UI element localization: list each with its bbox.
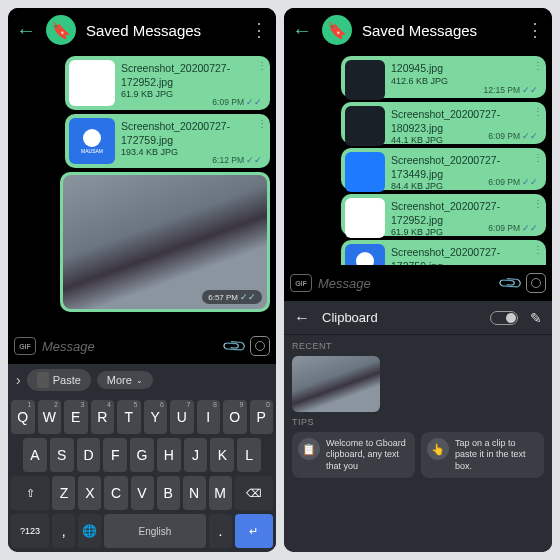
key-X[interactable]: X bbox=[78, 476, 101, 510]
header: ← 🔖 Saved Messages ⋮ bbox=[8, 8, 276, 52]
edit-icon[interactable]: ✎ bbox=[530, 310, 542, 326]
drag-icon: ⋮ bbox=[257, 64, 267, 68]
keyboard: Q1W2E3R4T5Y6U7I8O9P0 ASDFGHJKL ⇧ ZXCVBNM… bbox=[8, 396, 276, 552]
key-A[interactable]: A bbox=[23, 438, 47, 472]
gif-icon[interactable]: GIF bbox=[14, 337, 36, 355]
key-S[interactable]: S bbox=[50, 438, 74, 472]
composer: GIF Message 📎 bbox=[8, 328, 276, 364]
read-icon: ✓✓ bbox=[522, 131, 538, 141]
key-T[interactable]: T5 bbox=[117, 400, 141, 434]
back-icon[interactable]: ← bbox=[292, 19, 312, 42]
avatar[interactable]: 🔖 bbox=[46, 15, 76, 45]
toggle-switch[interactable] bbox=[490, 311, 518, 325]
file-name: 120945.jpg bbox=[391, 62, 542, 76]
tip-card[interactable]: 👆 Tap on a clip to paste it in the text … bbox=[421, 432, 544, 478]
clipboard-image[interactable] bbox=[292, 356, 380, 412]
message-input[interactable]: Message bbox=[318, 276, 494, 291]
key-Z[interactable]: Z bbox=[52, 476, 75, 510]
shift-key[interactable]: ⇧ bbox=[11, 476, 49, 510]
gif-icon[interactable]: GIF bbox=[290, 274, 312, 292]
key-Q[interactable]: Q1 bbox=[11, 400, 35, 434]
phone-left: ← 🔖 Saved Messages ⋮ Screenshot_20200727… bbox=[8, 8, 276, 552]
drag-icon: ⋮ bbox=[257, 122, 267, 126]
backspace-key[interactable]: ⌫ bbox=[235, 476, 273, 510]
file-thumbnail bbox=[345, 198, 385, 238]
tip-text: Welcome to Gboard clipboard, any text th… bbox=[326, 438, 409, 472]
numbers-key[interactable]: ?123 bbox=[11, 514, 49, 548]
key-K[interactable]: K bbox=[210, 438, 234, 472]
key-L[interactable]: L bbox=[237, 438, 261, 472]
tip-text: Tap on a clip to paste it in the text bo… bbox=[455, 438, 538, 472]
file-message[interactable]: Screenshot_20200727-173449.jpg84.4 KB JP… bbox=[341, 148, 546, 190]
photo-message[interactable]: 6:57 PM✓✓ bbox=[60, 172, 270, 312]
space-key[interactable]: English bbox=[104, 514, 206, 548]
key-M[interactable]: M bbox=[209, 476, 232, 510]
drag-icon: ⋮ bbox=[533, 110, 543, 114]
file-message[interactable]: MAUSAM Screenshot_20200727-172759.jpg 19… bbox=[65, 114, 270, 168]
clipboard-icon: 📋 bbox=[298, 438, 320, 460]
suggestion-bar: › Paste More ⌄ bbox=[8, 364, 276, 396]
period-key[interactable]: . bbox=[209, 514, 232, 548]
attach-icon[interactable]: 📎 bbox=[496, 269, 524, 297]
file-name: Screenshot_20200727-172759.jpg bbox=[391, 246, 542, 265]
camera-icon[interactable] bbox=[250, 336, 270, 356]
clipboard-body: RECENT TIPS 📋 Welcome to Gboard clipboar… bbox=[284, 335, 552, 552]
drag-icon: ⋮ bbox=[533, 156, 543, 160]
attach-icon[interactable]: 📎 bbox=[220, 332, 248, 360]
drag-icon: ⋮ bbox=[533, 202, 543, 206]
section-label: TIPS bbox=[292, 417, 544, 427]
key-R[interactable]: R4 bbox=[91, 400, 115, 434]
key-W[interactable]: W2 bbox=[38, 400, 62, 434]
file-message[interactable]: Screenshot_20200727-172952.jpg 61.9 KB J… bbox=[65, 56, 270, 110]
file-message[interactable]: MAUSAMScreenshot_20200727-172759.jpg193.… bbox=[341, 240, 546, 265]
key-I[interactable]: I8 bbox=[197, 400, 221, 434]
chevron-icon[interactable]: › bbox=[16, 372, 21, 388]
file-name: Screenshot_20200727-172759.jpg bbox=[121, 120, 266, 147]
read-icon: ✓✓ bbox=[246, 97, 262, 107]
file-thumbnail bbox=[345, 152, 385, 192]
key-J[interactable]: J bbox=[184, 438, 208, 472]
key-E[interactable]: E3 bbox=[64, 400, 88, 434]
clipboard-header: ← Clipboard ✎ bbox=[284, 301, 552, 335]
tap-icon: 👆 bbox=[427, 438, 449, 460]
file-thumbnail bbox=[345, 60, 385, 100]
key-D[interactable]: D bbox=[77, 438, 101, 472]
read-icon: ✓✓ bbox=[522, 177, 538, 187]
more-suggestion[interactable]: More ⌄ bbox=[97, 371, 153, 389]
key-B[interactable]: B bbox=[157, 476, 180, 510]
key-C[interactable]: C bbox=[104, 476, 127, 510]
tip-card[interactable]: 📋 Welcome to Gboard clipboard, any text … bbox=[292, 432, 415, 478]
key-G[interactable]: G bbox=[130, 438, 154, 472]
key-V[interactable]: V bbox=[131, 476, 154, 510]
key-H[interactable]: H bbox=[157, 438, 181, 472]
key-N[interactable]: N bbox=[183, 476, 206, 510]
header: ← 🔖 Saved Messages ⋮ bbox=[284, 8, 552, 52]
key-P[interactable]: P0 bbox=[250, 400, 274, 434]
drag-icon: ⋮ bbox=[533, 248, 543, 252]
key-Y[interactable]: Y6 bbox=[144, 400, 168, 434]
file-name: Screenshot_20200727-172952.jpg bbox=[121, 62, 266, 89]
file-message[interactable]: Screenshot_20200727-180923.jpg44.1 KB JP… bbox=[341, 102, 546, 144]
read-icon: ✓✓ bbox=[246, 155, 262, 165]
photo bbox=[63, 175, 267, 309]
chat-title: Saved Messages bbox=[362, 22, 516, 39]
paste-suggestion[interactable]: Paste bbox=[27, 369, 91, 391]
chat-title: Saved Messages bbox=[86, 22, 240, 39]
more-icon[interactable]: ⋮ bbox=[250, 19, 268, 41]
more-icon[interactable]: ⋮ bbox=[526, 19, 544, 41]
enter-key[interactable]: ↵ bbox=[235, 514, 273, 548]
avatar[interactable]: 🔖 bbox=[322, 15, 352, 45]
camera-icon[interactable] bbox=[526, 273, 546, 293]
comma-key[interactable]: , bbox=[52, 514, 75, 548]
key-O[interactable]: O9 bbox=[223, 400, 247, 434]
phone-right: ← 🔖 Saved Messages ⋮ 120945.jpg412.6 KB … bbox=[284, 8, 552, 552]
back-icon[interactable]: ← bbox=[294, 309, 310, 327]
lang-key[interactable]: 🌐 bbox=[78, 514, 101, 548]
message-input[interactable]: Message bbox=[42, 339, 218, 354]
file-message[interactable]: 120945.jpg412.6 KB JPG⋮12:15 PM✓✓ bbox=[341, 56, 546, 98]
key-F[interactable]: F bbox=[103, 438, 127, 472]
key-U[interactable]: U7 bbox=[170, 400, 194, 434]
back-icon[interactable]: ← bbox=[16, 19, 36, 42]
drag-icon: ⋮ bbox=[533, 64, 543, 68]
file-message[interactable]: Screenshot_20200727-172952.jpg61.9 KB JP… bbox=[341, 194, 546, 236]
